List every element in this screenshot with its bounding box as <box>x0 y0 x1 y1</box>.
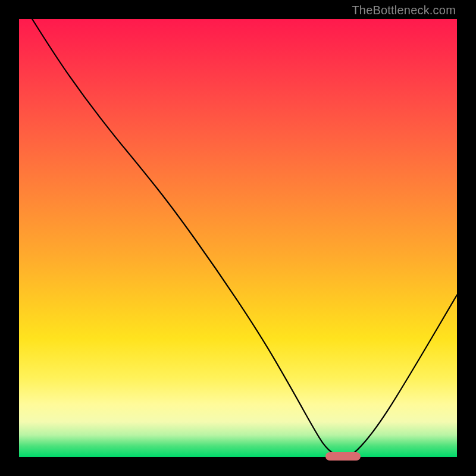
chart-frame: TheBottleneck.com <box>0 0 476 476</box>
watermark-text: TheBottleneck.com <box>352 4 456 17</box>
bottleneck-curve <box>19 19 457 457</box>
chart-plot-area <box>19 19 457 457</box>
optimal-zone-marker <box>325 452 361 461</box>
